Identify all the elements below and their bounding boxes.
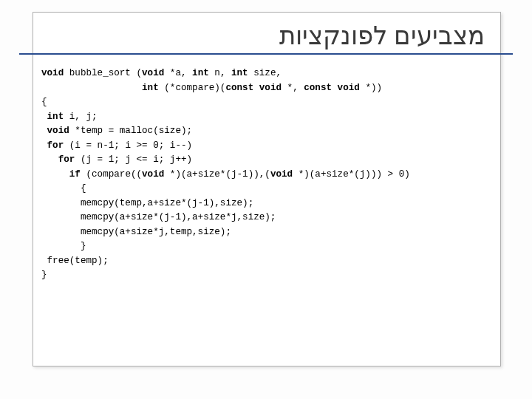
kw-void: void (142, 169, 164, 180)
kw-int: int (142, 83, 159, 93)
code-text: (*compare)( (159, 83, 226, 93)
kw-void: void (270, 169, 293, 180)
code-text: *temp = malloc(size); (69, 126, 192, 136)
code-block: void bubble_sort (void *a, int n, int si… (41, 66, 494, 283)
kw-const-void: const void (304, 83, 360, 93)
code-text: memcpy(temp,a+size*(j-1),size); (41, 198, 253, 208)
code-text: (i = n-1; i >= 0; i--) (64, 140, 192, 151)
code-text: *, (282, 83, 304, 93)
slide: מצביעים לפונקציות void bubble_sort (void… (0, 0, 532, 399)
code-text: memcpy(a+size*(j-1),a+size*j,size); (41, 212, 276, 222)
code-text (41, 112, 47, 122)
code-text (41, 169, 69, 180)
code-text: memcpy(a+size*j,temp,size); (41, 227, 231, 237)
code-text: } (41, 241, 86, 251)
code-text: { (41, 183, 86, 194)
code-text: *)) (360, 83, 382, 93)
code-text: *a, (164, 68, 192, 78)
code-text: n, (209, 68, 231, 78)
code-text: { (41, 97, 47, 107)
title-wrap: מצביעים לפונקציות (33, 16, 499, 51)
code-text: *)(a+size*(j-1)),( (164, 169, 270, 180)
kw-for: for (47, 140, 64, 151)
kw-int: int (192, 68, 209, 78)
code-text (41, 83, 142, 93)
kw-if: if (69, 169, 81, 180)
kw-int: int (231, 68, 248, 78)
code-text (41, 126, 47, 136)
code-text: } (41, 270, 47, 280)
kw-const-void: const void (225, 83, 282, 93)
code-text: bubble_sort ( (64, 68, 142, 78)
code-text: size, (248, 68, 282, 78)
slide-title: מצביעים לפונקציות (279, 21, 485, 50)
kw-void: void (41, 68, 64, 78)
kw-for: for (58, 154, 75, 165)
code-text (41, 154, 58, 165)
code-text: i, j; (64, 112, 97, 122)
code-text: (compare(( (81, 169, 142, 180)
kw-void: void (142, 68, 164, 78)
code-text: free(temp); (41, 256, 109, 266)
code-text (41, 140, 47, 151)
kw-int: int (47, 112, 64, 122)
title-underline (19, 53, 513, 55)
code-text: *)(a+size*(j))) > 0) (293, 169, 410, 180)
kw-void: void (47, 126, 69, 136)
code-text: (j = 1; j <= i; j++) (75, 154, 192, 165)
